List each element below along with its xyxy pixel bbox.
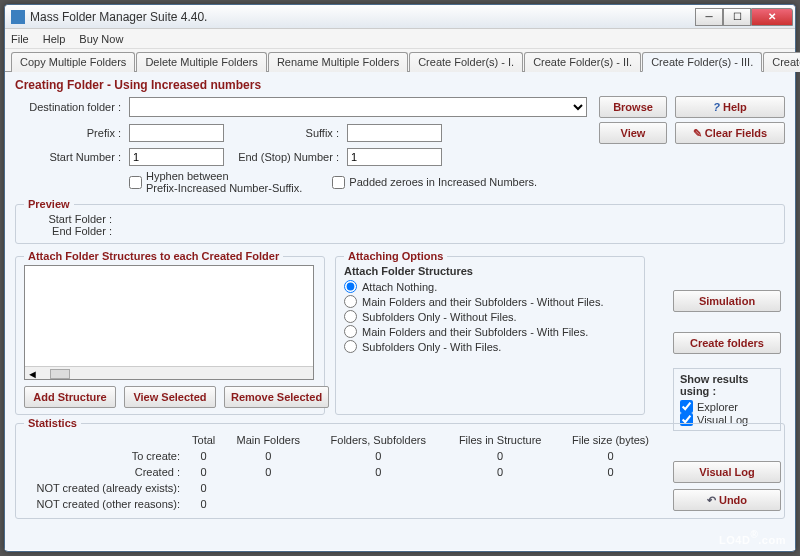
padded-zero-checkbox[interactable]: Padded zeroes in Increased Numbers.: [332, 176, 537, 189]
start-number-label: Start Number :: [15, 151, 125, 163]
section-heading: Creating Folder - Using Increased number…: [15, 78, 785, 92]
simulation-button[interactable]: Simulation: [673, 290, 781, 312]
destination-folder-combo[interactable]: [129, 97, 587, 117]
prefix-input[interactable]: [129, 124, 224, 142]
tab-rename[interactable]: Rename Multiple Folders: [268, 52, 408, 72]
preview-legend: Preview: [24, 198, 74, 210]
table-row: NOT created (other reasons):0: [24, 496, 664, 512]
dest-label: Destination folder :: [15, 101, 125, 113]
help-icon: ?: [713, 101, 720, 113]
menu-help[interactable]: Help: [43, 33, 66, 45]
tab-create-4[interactable]: Create Folder -IV.: [763, 52, 800, 72]
tab-delete[interactable]: Delete Multiple Folders: [136, 52, 267, 72]
table-row: To create:00000: [24, 448, 664, 464]
suffix-label: Suffix :: [228, 127, 343, 139]
stats-legend: Statistics: [24, 417, 81, 429]
explorer-checkbox[interactable]: Explorer: [680, 400, 774, 413]
structure-listbox[interactable]: ◄: [24, 265, 314, 380]
titlebar[interactable]: Mass Folder Manager Suite 4.40. ─ ☐ ✕: [5, 5, 795, 29]
end-number-input[interactable]: [347, 148, 442, 166]
tab-create-2[interactable]: Create Folder(s) - II.: [524, 52, 641, 72]
attach-options-legend: Attaching Options: [344, 250, 447, 262]
padded-zero-checkbox-input[interactable]: [332, 176, 345, 189]
menu-file[interactable]: File: [11, 33, 29, 45]
maximize-button[interactable]: ☐: [723, 8, 751, 26]
add-structure-button[interactable]: Add Structure: [24, 386, 116, 408]
table-row: Created :00000: [24, 464, 664, 480]
view-selected-button[interactable]: View Selected: [124, 386, 216, 408]
create-folders-button[interactable]: Create folders: [673, 332, 781, 354]
tab-strip: Copy Multiple Folders Delete Multiple Fo…: [5, 49, 795, 72]
attach-sub-heading: Attach Folder Structures: [344, 265, 636, 277]
app-window: Mass Folder Manager Suite 4.40. ─ ☐ ✕ Fi…: [4, 4, 796, 552]
listbox-scrollbar[interactable]: ◄: [25, 366, 313, 380]
prefix-label: Prefix :: [15, 127, 125, 139]
stats-table: Total Main Folders Folders, Subfolders F…: [24, 432, 664, 512]
radio-main-subfolders-no-files[interactable]: Main Folders and their Subfolders - With…: [344, 295, 636, 308]
app-icon: [11, 10, 25, 24]
preview-end-label: End Folder :: [24, 225, 112, 237]
eraser-icon: ✎: [693, 127, 702, 140]
radio-main-subfolders-with-files[interactable]: Main Folders and their Subfolders - With…: [344, 325, 636, 338]
end-number-label: End (Stop) Number :: [228, 151, 343, 163]
tab-create-1[interactable]: Create Folder(s) - I.: [409, 52, 523, 72]
watermark: LO4D®.com: [719, 529, 786, 548]
clear-fields-button[interactable]: ✎Clear Fields: [675, 122, 785, 144]
hyphen-checkbox-input[interactable]: [129, 176, 142, 189]
radio-subfolders-with-files[interactable]: Subfolders Only - With Files.: [344, 340, 636, 353]
suffix-input[interactable]: [347, 124, 442, 142]
help-button[interactable]: ?Help: [675, 96, 785, 118]
attach-legend: Attach Folder Structures to each Created…: [24, 250, 283, 262]
table-row: NOT created (already exists):0: [24, 480, 664, 496]
hyphen-checkbox[interactable]: Hyphen between Prefix-Increased Number-S…: [129, 170, 302, 194]
start-number-input[interactable]: [129, 148, 224, 166]
show-results-legend: Show results using :: [680, 373, 774, 397]
close-button[interactable]: ✕: [751, 8, 793, 26]
radio-subfolders-no-files[interactable]: Subfolders Only - Without Files.: [344, 310, 636, 323]
radio-attach-nothing[interactable]: Attach Nothing.: [344, 280, 636, 293]
tab-copy[interactable]: Copy Multiple Folders: [11, 52, 135, 72]
browse-button[interactable]: Browse: [599, 96, 667, 118]
minimize-button[interactable]: ─: [695, 8, 723, 26]
tab-create-3[interactable]: Create Folder(s) - III.: [642, 52, 762, 72]
preview-start-label: Start Folder :: [24, 213, 112, 225]
remove-selected-button[interactable]: Remove Selected: [224, 386, 329, 408]
window-title: Mass Folder Manager Suite 4.40.: [30, 10, 695, 24]
show-results-group: Show results using : Explorer Visual Log: [673, 368, 781, 431]
menu-buynow[interactable]: Buy Now: [79, 33, 123, 45]
view-button[interactable]: View: [599, 122, 667, 144]
